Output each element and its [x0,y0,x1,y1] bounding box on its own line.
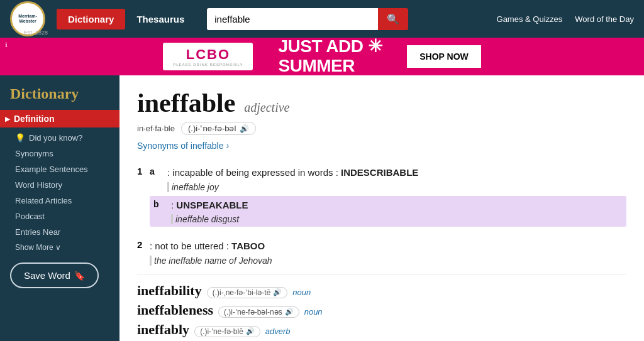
ad-tagline-line2: SUMMER [278,57,382,76]
search-bar: 🔍 [207,8,408,30]
synonyms-arrow: › [224,141,230,151]
related-item-2: ineffableness (.)i-ˈne-fə-bəl-nəs 🔊 noun [137,302,626,318]
sidebar-item-entries-near[interactable]: Entries Near [10,224,119,240]
sidebar-item-did-you-know[interactable]: 💡 Did you know? [10,130,119,146]
related-item-1: ineffability (.)i-ˌne-fə-ˈbi-lə-tē 🔊 nou… [137,283,626,299]
sound-icon[interactable]: 🔊 [240,124,249,133]
def-senses: a : incapable of being expressed in word… [150,166,626,230]
def-bold-1a: INDESCRIBABLE [341,167,418,178]
def-text-inner-1a: : incapable of being expressed in words … [167,167,341,178]
related-pron-3: (.)i-ˈne-fə-blē 🔊 [194,326,260,337]
pronunciation-row: in·ef·fa·ble (.)i-ˈne-fə-bəl 🔊 [137,122,626,135]
tab-dictionary[interactable]: Dictionary [57,9,125,30]
def-example-1a: ineffable joy [167,182,626,192]
word-pos: adjective [244,100,289,115]
def-block-1: 1 a : incapable of being expressed in wo… [137,166,626,230]
sidebar-item-synonyms[interactable]: Synonyms [10,146,119,161]
related-item-3: ineffably (.)i-ˈne-fə-blē 🔊 adverb [137,322,626,338]
related-pron-2: (.)i-ˈne-fə-bəl-nəs 🔊 [218,306,299,318]
sidebar-item-podcast[interactable]: Podcast [10,208,119,224]
sidebar-title: Dictionary [10,85,119,102]
def-row-1: 1 a : incapable of being expressed in wo… [137,166,626,230]
est-label: Est. 1828 [24,30,48,36]
ad-tagline: JUST ADD ✳ SUMMER [278,37,382,76]
word-of-day-link[interactable]: Word of the Day [575,14,634,24]
sidebar-item-label: Related Articles [15,196,72,205]
ad-banner: ℹ LCBO PLEASE DRINK RESPONSIBLY JUST ADD… [0,38,644,75]
bulb-icon: 💡 [15,133,25,143]
def-sense-2-content: : not to be uttered : TABOO the ineffabl… [150,239,626,266]
save-word-button[interactable]: Save Word 🔖 [10,263,99,288]
bookmark-icon: 🔖 [74,271,85,281]
shop-now-button[interactable]: SHOP NOW [407,45,481,68]
example-word-2: ineffable [169,256,202,266]
related-word-3[interactable]: ineffably [137,322,189,338]
sidebar-item-label: Did you know? [29,133,82,143]
def-bold-2: TABOO [231,241,265,251]
sidebar-item-related-articles[interactable]: Related Articles [10,193,119,208]
sidebar-item-example-sentences[interactable]: Example Sentences [10,161,119,177]
sidebar-item-word-history[interactable]: Word History [10,177,119,193]
sidebar-item-label: Synonyms [15,149,53,158]
def-text-1a: : incapable of being expressed in words … [167,167,418,178]
nav-tabs: Dictionary Thesaurus [57,9,196,30]
def-sense-1b: b : UNSPEAKABLE ineffable disgust [150,196,626,227]
lcbo-logo: LCBO PLEASE DRINK RESPONSIBLY [163,43,253,70]
related-word-1[interactable]: ineffability [137,283,202,299]
synonyms-link[interactable]: Synonyms of ineffable › [137,141,229,151]
sidebar: Dictionary Definition 💡 Did you know? Sy… [0,75,119,341]
related-sound-icon-3[interactable]: 🔊 [246,327,255,335]
def-text-inner-2: : not to be uttered : [150,241,231,251]
example-word-1a: ineffable [172,182,205,192]
word-header: ineffable adjective [137,88,626,118]
sidebar-item-label: Entries Near [15,227,60,237]
def-text-2: : not to be uttered : TABOO [150,241,265,251]
related-pos-1: noun [292,288,311,297]
lcbo-sub: PLEASE DRINK RESPONSIBLY [173,63,243,67]
def-letter-col-b: b [153,198,171,225]
games-quizzes-link[interactable]: Games & Quizzes [497,14,563,24]
ad-tagline-line1: JUST ADD ✳ [278,37,382,57]
sidebar-item-definition[interactable]: Definition [0,110,119,127]
related-pron-text-3: (.)i-ˈne-fə-blē [200,327,243,336]
logo-text-top: Merriam-Webster [18,14,37,23]
phonetic: (.)i-ˈne-fə-bəl 🔊 [181,122,256,135]
word-title: ineffable [137,88,235,118]
example-rest-1a: joy [208,182,219,192]
related-pron-1: (.)i-ˌne-fə-ˈbi-lə-tē 🔊 [207,287,288,298]
definition-panel: ineffable adjective in·ef·fa·ble (.)i-ˈn… [119,75,644,341]
related-word-2[interactable]: ineffableness [137,302,213,318]
related-pos-2: noun [304,307,323,317]
related-sound-icon-2[interactable]: 🔊 [285,308,294,316]
sidebar-nav: 💡 Did you know? Synonyms Example Sentenc… [10,130,119,255]
syllables: in·ef·fa·ble [137,124,175,133]
def-number-1: 1 [137,166,150,176]
def-content-1b: : UNSPEAKABLE ineffable disgust [171,198,623,225]
related-pron-text-2: (.)i-ˈne-fə-bəl-nəs [224,308,282,317]
def-letter-a: a [150,166,155,176]
sidebar-item-show-more[interactable]: Show More ∨ [10,240,119,255]
def-text-1b: : UNSPEAKABLE [171,200,248,210]
def-example-2: the ineffable name of Jehovah [150,256,626,266]
def-letter-b: b [153,199,159,209]
def-letter-col-a: a [150,166,167,192]
related-pos-3: adverb [265,327,291,336]
lcbo-text: LCBO [186,46,230,63]
def-number-2: 2 [137,239,150,250]
header: Merriam-Webster Est. 1828 Dictionary The… [0,0,644,38]
example-rest-1b: disgust [211,214,239,224]
search-button[interactable]: 🔍 [378,8,408,30]
related-sound-icon-1[interactable]: 🔊 [273,288,282,296]
related-pron-text-1: (.)i-ˌne-fə-ˈbi-lə-tē [213,288,271,297]
def-row-2: 2 : not to be uttered : TABOO the ineffa… [137,239,626,266]
synonyms-link-text: Synonyms of ineffable [137,141,224,151]
example-word-1b: ineffable [175,214,209,224]
ad-info-icon: ℹ [5,41,8,48]
related-words: ineffability (.)i-ˌne-fə-ˈbi-lə-tē 🔊 nou… [137,274,626,338]
def-bold-1b: UNSPEAKABLE [176,200,248,210]
sidebar-item-label: Podcast [15,212,45,221]
search-input[interactable] [207,8,378,30]
tab-thesaurus[interactable]: Thesaurus [125,9,196,30]
def-content-1a: : incapable of being expressed in words … [167,166,626,192]
def-block-2: 2 : not to be uttered : TABOO the ineffa… [137,239,626,266]
